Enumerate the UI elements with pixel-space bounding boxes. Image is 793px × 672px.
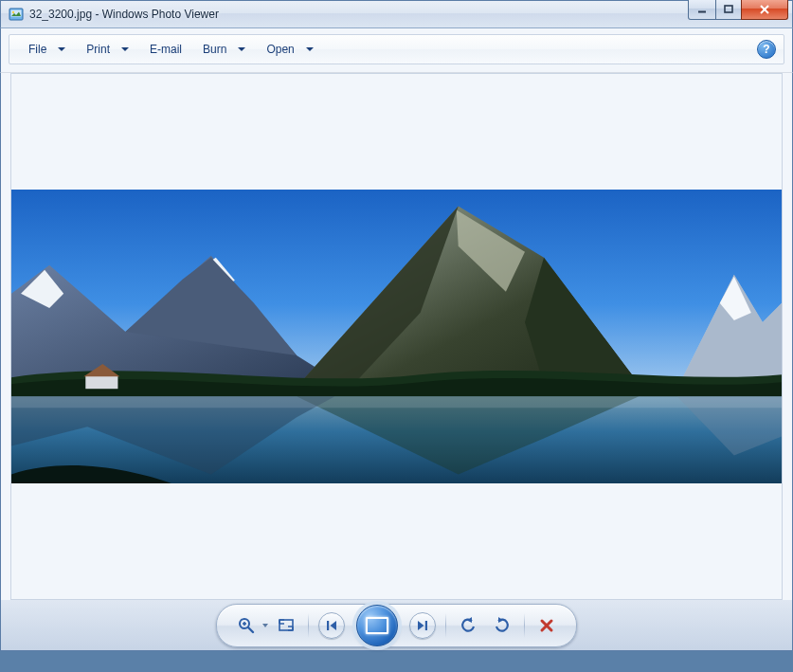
slideshow-icon bbox=[366, 617, 388, 634]
displayed-photo bbox=[11, 190, 782, 483]
next-button[interactable] bbox=[409, 612, 436, 639]
window-controls bbox=[689, 0, 788, 20]
rotate-cw-button[interactable] bbox=[490, 613, 514, 638]
next-icon bbox=[416, 619, 429, 632]
menu-file-label: File bbox=[28, 43, 46, 56]
help-button[interactable]: ? bbox=[757, 40, 776, 59]
window-title-appname: Windows Photo Viewer bbox=[102, 8, 219, 21]
svg-rect-4 bbox=[725, 6, 732, 12]
separator bbox=[524, 613, 525, 638]
footer bbox=[0, 600, 793, 651]
menu-file[interactable]: File bbox=[17, 39, 75, 60]
svg-point-2 bbox=[12, 11, 14, 13]
window-title-separator: - bbox=[92, 8, 102, 21]
svg-line-11 bbox=[248, 627, 253, 632]
svg-rect-16 bbox=[425, 621, 427, 630]
rotate-ccw-icon bbox=[459, 616, 478, 635]
window-titlebar: 32_3200.jpg - Windows Photo Viewer bbox=[0, 0, 793, 28]
image-viewer-area bbox=[0, 73, 793, 600]
fit-window-icon bbox=[277, 616, 296, 635]
rotate-ccw-button[interactable] bbox=[456, 613, 480, 638]
magnifier-icon bbox=[237, 616, 256, 635]
window-title: 32_3200.jpg - Windows Photo Viewer bbox=[29, 8, 219, 21]
window-title-filename: 32_3200.jpg bbox=[29, 8, 92, 21]
zoom-button[interactable] bbox=[234, 613, 259, 638]
separator bbox=[445, 613, 446, 638]
menu-burn[interactable]: Burn bbox=[191, 39, 255, 60]
rotate-cw-icon bbox=[493, 616, 512, 635]
image-canvas[interactable] bbox=[10, 73, 783, 600]
slideshow-button[interactable] bbox=[356, 605, 398, 646]
menu-print-label: Print bbox=[86, 43, 110, 56]
previous-button[interactable] bbox=[318, 612, 345, 639]
maximize-button[interactable] bbox=[715, 0, 742, 20]
chevron-down-icon bbox=[238, 47, 245, 51]
menu-email[interactable]: E-mail bbox=[138, 39, 191, 60]
player-controls bbox=[216, 604, 577, 647]
separator bbox=[308, 613, 309, 638]
menu-open-label: Open bbox=[266, 43, 294, 56]
chevron-down-icon bbox=[58, 47, 65, 51]
fit-to-window-button[interactable] bbox=[274, 613, 298, 638]
svg-rect-14 bbox=[279, 620, 293, 630]
close-button[interactable] bbox=[741, 0, 788, 20]
minimize-button[interactable] bbox=[688, 0, 716, 20]
menu-burn-label: Burn bbox=[203, 43, 226, 56]
menu-email-label: E-mail bbox=[150, 43, 182, 56]
app-icon bbox=[9, 7, 24, 22]
previous-icon bbox=[325, 619, 338, 632]
menu-print[interactable]: Print bbox=[75, 39, 138, 60]
svg-rect-8 bbox=[85, 375, 117, 389]
menu-open[interactable]: Open bbox=[255, 39, 322, 60]
command-bar: File Print E-mail Burn Open ? bbox=[9, 34, 784, 64]
chevron-down-icon bbox=[306, 47, 314, 51]
help-icon: ? bbox=[763, 43, 769, 56]
delete-button[interactable] bbox=[534, 613, 559, 638]
chevron-down-icon bbox=[262, 624, 268, 627]
svg-rect-15 bbox=[327, 621, 329, 630]
command-bar-area: File Print E-mail Burn Open ? bbox=[0, 28, 793, 73]
chevron-down-icon bbox=[121, 47, 129, 51]
delete-icon bbox=[538, 617, 555, 634]
